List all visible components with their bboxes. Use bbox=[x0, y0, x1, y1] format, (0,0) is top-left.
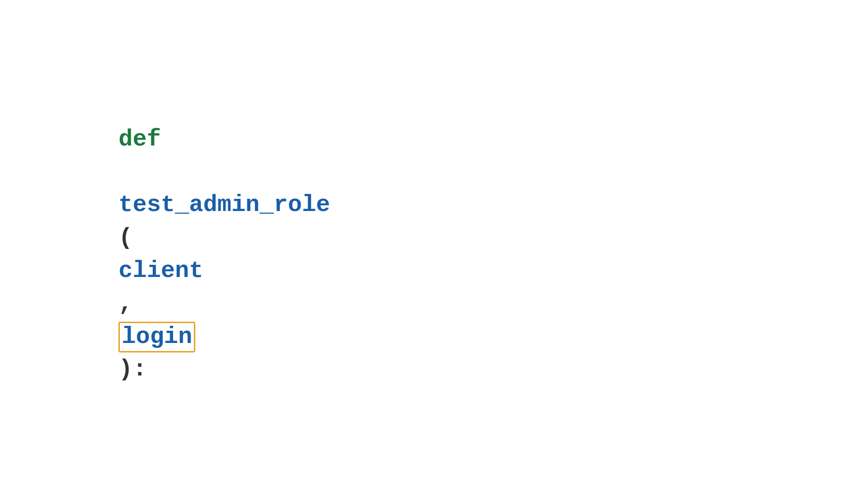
main-code-block: def test_admin_role ( client , login ): … bbox=[34, 90, 359, 488]
code-display: def test_admin_role ( client , login ): … bbox=[34, 90, 359, 488]
param-client: client bbox=[118, 258, 203, 284]
keyword-def: def bbox=[118, 126, 161, 153]
function-name: test_admin_role bbox=[118, 192, 330, 218]
code-line-2: login .add_role( "staff" ) bbox=[34, 419, 359, 488]
code-line-1: def test_admin_role ( client , login ): bbox=[34, 90, 359, 419]
param-login-highlighted: login bbox=[118, 322, 195, 352]
